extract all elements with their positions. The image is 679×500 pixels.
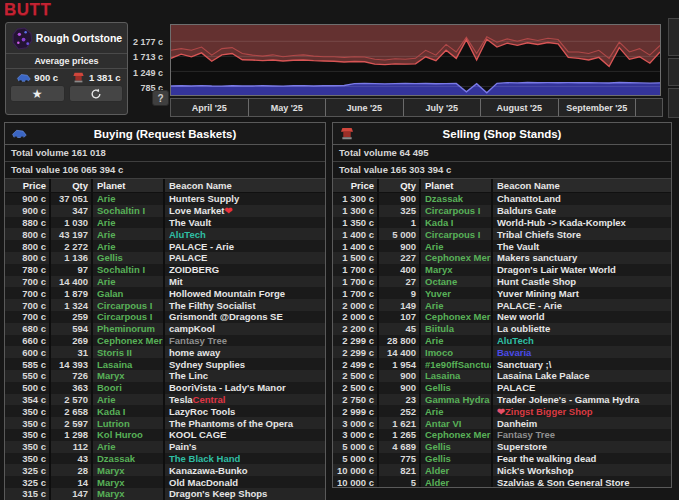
table-row[interactable]: 680 c594PheminorumcampKool bbox=[5, 323, 325, 335]
table-row[interactable]: 5 000 c775GellisFear the walking dead bbox=[333, 453, 671, 465]
column-price: Price bbox=[5, 179, 51, 192]
beacon-cell: Kanazawa-Bunko bbox=[165, 464, 325, 476]
table-row[interactable]: 900 c37 051ArieHunters Supply bbox=[5, 193, 325, 205]
table-row[interactable]: 325 c28MaryxKanazawa-Bunko bbox=[5, 464, 325, 476]
table-row[interactable]: 550 c726MaryxThe Linc bbox=[5, 370, 325, 382]
request-basket-icon bbox=[11, 127, 27, 140]
beacon-cell: The Vault bbox=[165, 217, 325, 229]
table-row[interactable]: 700 c1 879GalanHollowed Mountain Forge bbox=[5, 287, 325, 299]
table-row[interactable]: 2 499 c1 954#1e90ffSanctuarySanctuary ;\ bbox=[333, 358, 671, 370]
table-row[interactable]: 585 c14 393LasainaSydney Supplies bbox=[5, 358, 325, 370]
table-row[interactable]: 1 700 c400MaryxDragon's Lair Water World bbox=[333, 264, 671, 276]
table-row[interactable]: 1 400 c900ArieThe Vault bbox=[333, 240, 671, 252]
beacon-text: Yuver Mining Mart bbox=[497, 288, 579, 299]
table-row[interactable]: 2 500 c900LasainaLasaina Lake Palace bbox=[333, 370, 671, 382]
table-row[interactable]: 350 c112AriePain's bbox=[5, 441, 325, 453]
table-row[interactable]: 2 000 c107Cephonex MerikaNew world bbox=[333, 311, 671, 323]
qty-cell: 1 621 bbox=[379, 417, 421, 429]
average-prices-row: 900 c 1 381 c bbox=[6, 69, 127, 85]
qty-cell: 14 393 bbox=[51, 358, 93, 370]
app-logo[interactable]: BUTT bbox=[4, 0, 51, 20]
table-row[interactable]: 700 c1 324Circarpous IThe Filthy Sociali… bbox=[5, 299, 325, 311]
x-tick-label: June '25 bbox=[326, 99, 404, 116]
table-row[interactable]: 325 c14MaryxOld MacDonald bbox=[5, 476, 325, 488]
column-planet: Planet bbox=[93, 179, 165, 192]
table-row[interactable]: 1 400 c5 000Circarpous ITribal Chiefs St… bbox=[333, 228, 671, 240]
table-row[interactable]: 800 c1 136GellisPALACE bbox=[5, 252, 325, 264]
table-row[interactable]: 1 300 c325Circarpous IBaldurs Gate bbox=[333, 205, 671, 217]
table-row[interactable]: 660 c269Cephonex MerikaFantasy Tree bbox=[5, 335, 325, 347]
x-tick-label: August '25 bbox=[481, 99, 559, 116]
table-row[interactable]: 2 500 c900GellisPALACE bbox=[333, 382, 671, 394]
table-row[interactable]: 1 350 c1Kada IWorld-Hub -> Kada-Komplex bbox=[333, 217, 671, 229]
table-row[interactable]: 880 c1 030ArieThe Vault bbox=[5, 217, 325, 229]
table-row[interactable]: 2 299 c28 800ArieAluTech bbox=[333, 335, 671, 347]
column-beacon-name: Beacon Name bbox=[493, 179, 671, 192]
price-cell: 350 c bbox=[5, 429, 51, 441]
table-row[interactable]: 800 c43 197ArieAluTech bbox=[5, 228, 325, 240]
planet-cell: Gellis bbox=[93, 252, 165, 264]
beacon-text: Superstore bbox=[497, 441, 547, 452]
planet-cell: Arie bbox=[93, 394, 165, 406]
table-row[interactable]: 1 700 c27OctaneHunt Castle Shop bbox=[333, 276, 671, 288]
beacon-text: Lasaina Lake Palace bbox=[497, 370, 589, 381]
qty-cell: 594 bbox=[51, 323, 93, 335]
table-row[interactable]: 2 999 c252Arie❤ Zingst Bigger Shop bbox=[333, 405, 671, 417]
planet-cell: Arie bbox=[93, 441, 165, 453]
beacon-text: ChanattoLand bbox=[497, 193, 561, 204]
table-row[interactable]: 1 700 c9YuverYuver Mining Mart bbox=[333, 287, 671, 299]
beacon-text: LazyRoc Tools bbox=[169, 406, 235, 417]
price-cell: 1 400 c bbox=[333, 240, 379, 252]
price-cell: 1 400 c bbox=[333, 228, 379, 240]
qty-cell: 1 298 bbox=[51, 429, 93, 441]
beacon-cell: Dragon's Keep Shops bbox=[165, 488, 325, 500]
planet-cell: Pheminorum bbox=[93, 323, 165, 335]
beacon-cell: Old MacDonald bbox=[165, 476, 325, 488]
planet-cell: Gellis bbox=[421, 453, 493, 465]
table-row[interactable]: 5 000 c4 689GellisSuperstore bbox=[333, 441, 671, 453]
planet-cell: Sochaltin I bbox=[93, 264, 165, 276]
table-row[interactable]: 354 c2 570ArieTesla Central bbox=[5, 394, 325, 406]
table-row[interactable]: 700 c14 400ArieMit bbox=[5, 276, 325, 288]
qty-cell: 900 bbox=[379, 193, 421, 205]
table-row[interactable]: 350 c43DzassakThe Black Hand bbox=[5, 453, 325, 465]
help-button[interactable]: ? bbox=[152, 90, 169, 106]
beacon-text: Trader Jolene's - Gamma Hydra bbox=[497, 394, 639, 405]
table-row[interactable]: 800 c2 272AriePALACE - Arie bbox=[5, 240, 325, 252]
table-row[interactable]: 1 500 c227Cephonex MerikaMakers sanctuar… bbox=[333, 252, 671, 264]
table-row[interactable]: 315 c147MaryxDragon's Keep Shops bbox=[5, 488, 325, 500]
planet-cell: Storis II bbox=[93, 346, 165, 358]
beacon-cell: Trader Jolene's - Gamma Hydra bbox=[493, 394, 671, 406]
favorite-button[interactable]: ★ bbox=[10, 85, 65, 102]
table-row[interactable]: 350 c2 597LutrionThe Phantoms of the Ope… bbox=[5, 417, 325, 429]
table-row[interactable]: 3 000 c1 265Cephonex MerikaFantasy Tree bbox=[333, 429, 671, 441]
qty-cell: 2 570 bbox=[51, 394, 93, 406]
table-row[interactable]: 3 000 c1 621Antar VIDanheim bbox=[333, 417, 671, 429]
table-row[interactable]: 2 299 c14 400ImocoBavaria bbox=[333, 346, 671, 358]
price-cell: 2 750 c bbox=[333, 394, 379, 406]
table-row[interactable]: 350 c2 658Kada ILazyRoc Tools bbox=[5, 405, 325, 417]
planet-cell: Cephonex Merika bbox=[421, 311, 493, 323]
beacon-text: AluTech bbox=[497, 335, 534, 346]
planet-cell: Circarpous I bbox=[93, 299, 165, 311]
table-row[interactable]: 700 c259Circarpous IGrismondt @Dragons S… bbox=[5, 311, 325, 323]
table-row[interactable]: 10 000 c5AlderSzalvias & Son General Sto… bbox=[333, 476, 671, 488]
table-row[interactable]: 2 000 c149AriePALACE - Arie bbox=[333, 299, 671, 311]
table-row[interactable]: 600 c31Storis IIhome away bbox=[5, 346, 325, 358]
beacon-text: Dragon's Keep Shops bbox=[169, 488, 267, 499]
price-chart[interactable] bbox=[170, 24, 661, 96]
table-row[interactable]: 350 c1 298Kol HurooKOOL CAGE bbox=[5, 429, 325, 441]
beacon-text: Kanazawa-Bunko bbox=[169, 465, 248, 476]
table-row[interactable]: 2 200 c45BiitulaLa oubliette bbox=[333, 323, 671, 335]
table-row[interactable]: 2 750 c23Gamma HydraTrader Jolene's - Ga… bbox=[333, 394, 671, 406]
table-row[interactable]: 500 c363BooriBooriVista - Lady's Manor bbox=[5, 382, 325, 394]
table-row[interactable]: 900 c347Sochaltin ILove Market ❤ bbox=[5, 205, 325, 217]
y-tick-label: 2 177 c bbox=[133, 37, 163, 47]
price-cell: 350 c bbox=[5, 453, 51, 465]
x-tick-label: September '25 bbox=[559, 99, 637, 116]
refresh-button[interactable] bbox=[69, 85, 124, 102]
table-row[interactable]: 780 c97Sochaltin IZOIDBERG bbox=[5, 264, 325, 276]
table-row[interactable]: 10 000 c821AlderNick's Workshop bbox=[333, 464, 671, 476]
table-row[interactable]: 1 300 c900DzassakChanattoLand bbox=[333, 193, 671, 205]
x-tick-label: July '25 bbox=[404, 99, 482, 116]
